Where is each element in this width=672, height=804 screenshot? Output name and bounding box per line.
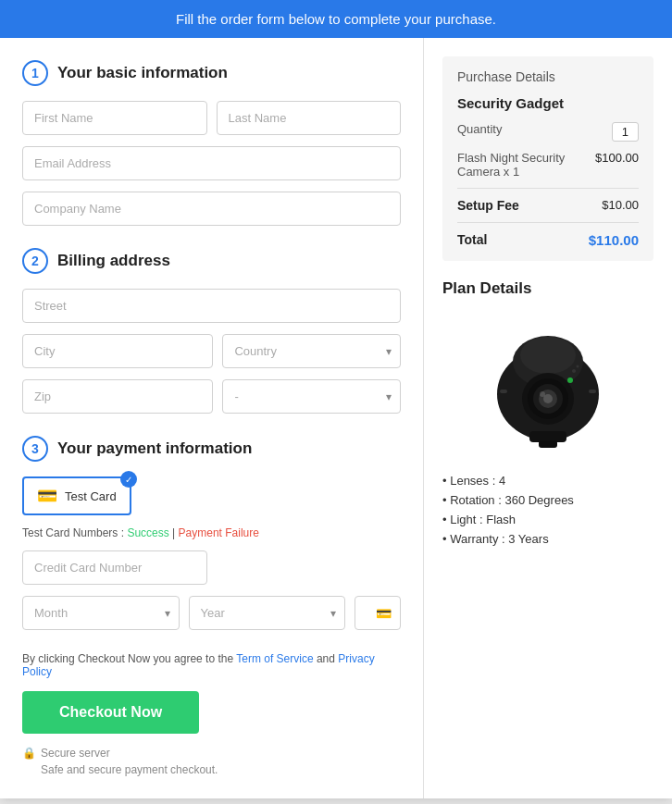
checkout-button[interactable]: Checkout Now: [22, 691, 199, 734]
quantity-value: 1: [612, 122, 639, 142]
test-card-hint: Test Card Numbers : Success | Payment Fa…: [22, 526, 401, 539]
plan-feature-item: Warranty : 3 Years: [442, 532, 653, 546]
banner-text: Fill the order form below to complete yo…: [176, 11, 496, 27]
secure-block: 🔒 Secure server Safe and secure payment …: [22, 747, 401, 776]
top-banner: Fill the order form below to complete yo…: [0, 0, 672, 38]
svg-point-12: [572, 369, 576, 373]
quantity-row: Quantity 1: [457, 122, 639, 142]
company-row: [22, 192, 401, 226]
state-wrapper: -: [222, 379, 401, 414]
section1-number: 1: [22, 60, 48, 86]
section2-number: 2: [22, 248, 48, 274]
section-billing: 2 Billing address Country: [22, 248, 401, 414]
plan-details-title: Plan Details: [442, 279, 653, 298]
section1-header: 1 Your basic information: [22, 60, 401, 86]
cc-row: [22, 550, 401, 585]
check-badge: ✓: [120, 471, 137, 488]
city-input[interactable]: [22, 334, 213, 368]
year-select[interactable]: Year 202420252026 202720282029: [189, 596, 346, 630]
name-row: [22, 101, 401, 135]
month-select[interactable]: Month 010203 040506 070809 101112: [22, 596, 180, 630]
card-option[interactable]: 💳 Test Card ✓: [22, 476, 131, 515]
pipe-separator: |: [169, 526, 179, 539]
section3-header: 3 Your payment information: [22, 436, 401, 462]
terms-of-service-link[interactable]: Term of Service: [236, 652, 313, 665]
left-panel: 1 Your basic information 2 Billi: [0, 38, 424, 798]
email-row: [22, 146, 401, 180]
failure-link[interactable]: Payment Failure: [179, 526, 259, 539]
setup-price: $10.00: [602, 198, 639, 212]
city-country-row: Country: [22, 334, 401, 368]
safe-text: Safe and secure payment checkout.: [41, 763, 401, 776]
plan-feature-item: Rotation : 360 Degrees: [442, 493, 653, 507]
lock-icon: 🔒: [22, 747, 36, 760]
total-label: Total: [457, 232, 487, 248]
svg-rect-10: [539, 440, 557, 448]
country-select[interactable]: Country: [222, 334, 401, 368]
svg-rect-14: [500, 390, 507, 393]
month-wrapper: Month 010203 040506 070809 101112: [22, 596, 180, 630]
camera-image: [474, 311, 622, 459]
zip-input[interactable]: [22, 379, 213, 414]
item-label: Flash Night Security Camera x 1: [457, 151, 595, 179]
section2-title: Billing address: [57, 252, 170, 270]
product-title: Security Gadget: [457, 95, 639, 111]
setup-label: Setup Fee: [457, 198, 519, 213]
card-icon: 💳: [37, 486, 57, 506]
state-select[interactable]: -: [222, 379, 401, 414]
plan-features-list: Lenses : 4Rotation : 360 DegreesLight : …: [442, 474, 653, 546]
hint-prefix: Test Card Numbers :: [22, 526, 127, 539]
plan-feature-item: Light : Flash: [442, 513, 653, 526]
cvv-wrapper: 💳: [355, 596, 401, 630]
street-input[interactable]: [22, 289, 401, 323]
country-wrapper: Country: [222, 334, 401, 368]
cvv-card-icon: 💳: [376, 606, 392, 621]
svg-point-11: [567, 377, 573, 383]
total-price: $110.00: [589, 232, 639, 248]
plan-details: Plan Details: [442, 279, 653, 546]
setup-row: Setup Fee $10.00: [457, 198, 639, 213]
card-label-text: Test Card: [65, 489, 117, 503]
item-row: Flash Night Security Camera x 1 $100.00: [457, 151, 639, 179]
section-basic-info: 1 Your basic information: [22, 60, 401, 226]
right-panel: Purchase Details Security Gadget Quantit…: [424, 38, 672, 798]
section3-title: Your payment information: [57, 439, 252, 458]
year-wrapper: Year 202420252026 202720282029: [189, 596, 346, 630]
quantity-label: Quantity: [457, 122, 502, 136]
street-row: [22, 289, 401, 323]
secure-server-text: 🔒 Secure server: [22, 747, 401, 760]
svg-rect-15: [589, 390, 596, 393]
svg-point-8: [540, 391, 545, 397]
month-year-cvv-row: Month 010203 040506 070809 101112 Year 2…: [22, 596, 401, 630]
section2-header: 2 Billing address: [22, 248, 401, 274]
section3-number: 3: [22, 436, 48, 462]
last-name-input[interactable]: [217, 101, 402, 135]
terms-text: By clicking Checkout Now you agree to th…: [22, 652, 401, 678]
company-input[interactable]: [22, 192, 401, 226]
svg-point-2: [520, 337, 576, 374]
cc-input[interactable]: [22, 550, 207, 585]
purchase-details-box: Purchase Details Security Gadget Quantit…: [442, 56, 653, 261]
zip-state-row: -: [22, 379, 401, 414]
section1-title: Your basic information: [57, 64, 228, 82]
section-payment: 3 Your payment information 💳 Test Card ✓…: [22, 436, 401, 630]
success-link[interactable]: Success: [127, 526, 168, 539]
item-price: $100.00: [595, 151, 639, 165]
plan-feature-item: Lenses : 4: [442, 474, 653, 488]
email-input[interactable]: [22, 146, 401, 180]
purchase-details-title: Purchase Details: [457, 69, 639, 84]
svg-point-13: [577, 365, 579, 368]
total-row: Total $110.00: [457, 232, 639, 248]
first-name-input[interactable]: [22, 101, 207, 135]
